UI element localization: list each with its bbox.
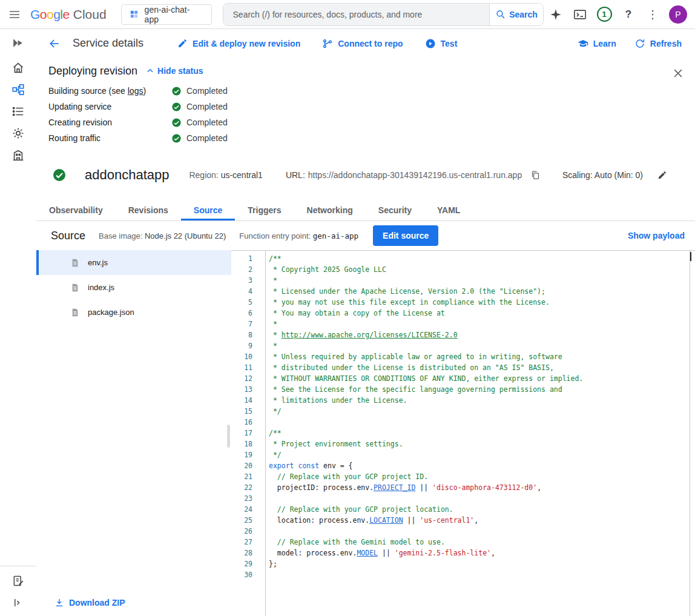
pencil-icon xyxy=(177,38,188,48)
deploy-step-label: Updating service xyxy=(48,102,171,111)
help-icon: ? xyxy=(625,8,631,21)
google-logo-colored: Google xyxy=(30,7,70,22)
connect-repo-button[interactable]: Connect to repo xyxy=(322,38,403,49)
left-nav-rail xyxy=(0,29,36,616)
tab-yaml[interactable]: YAML xyxy=(424,199,473,220)
account-button[interactable]: P xyxy=(665,2,689,27)
cloud-run-logo[interactable] xyxy=(0,29,36,57)
project-icon xyxy=(129,9,139,19)
hamburger-icon xyxy=(9,9,20,20)
google-cloud-logo[interactable]: Google Cloud xyxy=(30,7,107,22)
nav-item-integrations[interactable] xyxy=(0,122,36,144)
free-trial-status-button[interactable]: 1 xyxy=(592,2,616,27)
source-section-title: Source xyxy=(51,230,85,242)
test-label: Test xyxy=(441,39,458,48)
deploy-step-status: Completed xyxy=(171,102,228,112)
edit-deploy-button[interactable]: Edit & deploy new revision xyxy=(177,38,300,48)
repo-branch-icon xyxy=(322,38,333,49)
refresh-button[interactable]: Refresh xyxy=(634,38,682,49)
code-lines[interactable]: /** * Copyright 2025 Google LLC * * Lice… xyxy=(265,251,690,616)
hide-status-toggle[interactable]: Hide status xyxy=(146,66,203,76)
test-button[interactable]: Test xyxy=(425,38,458,49)
cloud-wordmark: Cloud xyxy=(73,7,107,22)
tab-observability[interactable]: Observability xyxy=(36,199,116,220)
code-editor[interactable]: 1234567891011121314151617181920212223242… xyxy=(231,250,695,616)
scaling-info: Scaling: Auto (Min: 0) xyxy=(562,170,643,180)
download-zip-button[interactable]: Download ZIP xyxy=(54,598,125,608)
deploy-step: Routing trafficCompleted xyxy=(48,130,695,146)
refresh-label: Refresh xyxy=(650,39,682,48)
close-status-button[interactable] xyxy=(671,66,685,81)
copy-url-button[interactable] xyxy=(528,168,542,182)
more-options-button[interactable]: ⋮ xyxy=(641,2,665,27)
file-item-index.js[interactable]: index.js xyxy=(36,275,231,300)
deploy-steps: Building source (see logs)CompletedUpdat… xyxy=(48,83,695,146)
chevron-up-icon xyxy=(146,67,154,75)
building-icon xyxy=(12,148,25,162)
nav-item-jobs[interactable] xyxy=(0,101,36,122)
refresh-icon xyxy=(634,38,645,49)
logs-link[interactable]: logs xyxy=(128,86,143,96)
line-numbers: 1234567891011121314151617181920212223242… xyxy=(231,251,265,616)
deploy-step-label: Creating revision xyxy=(48,118,171,127)
tab-security[interactable]: Security xyxy=(366,199,424,220)
edit-source-button[interactable]: Edit source xyxy=(373,225,438,246)
search-input[interactable] xyxy=(223,4,489,25)
edit-pencil-icon xyxy=(657,170,667,180)
deploy-step-label: Routing traffic xyxy=(48,133,171,143)
download-zip-label: Download ZIP xyxy=(69,598,125,608)
learn-label: Learn xyxy=(593,39,616,48)
avatar: P xyxy=(669,5,687,24)
tab-triggers[interactable]: Triggers xyxy=(235,199,294,220)
show-payload-link[interactable]: Show payload xyxy=(628,231,685,240)
check-circle-icon xyxy=(171,118,182,128)
gemini-button[interactable] xyxy=(544,2,568,27)
header-actions: Edit & deploy new revision Connect to re… xyxy=(177,38,457,49)
tab-source[interactable]: Source xyxy=(181,199,235,220)
search-bar: Search xyxy=(223,3,544,26)
file-name: env.js xyxy=(88,258,108,267)
copy-icon xyxy=(530,170,541,180)
file-list: env.jsindex.jspackage.json xyxy=(36,250,231,325)
check-circle-icon xyxy=(171,102,182,112)
help-button[interactable]: ? xyxy=(616,2,641,27)
editor-scrollbar-thumb[interactable] xyxy=(690,252,691,261)
gear-icon xyxy=(12,127,25,140)
nav-item-release-notes[interactable] xyxy=(0,570,36,592)
back-button[interactable] xyxy=(47,36,62,51)
main-content: Service details Edit & deploy new revisi… xyxy=(36,29,695,616)
source-toolbar: Source Base image: Node.js 22 (Ubuntu 22… xyxy=(36,221,695,250)
nav-rail-bottom xyxy=(0,566,36,614)
deploy-step-status: Completed xyxy=(171,118,228,128)
file-panel-scrollbar[interactable] xyxy=(227,425,230,448)
project-selector[interactable]: gen-ai-chat-app xyxy=(121,4,212,25)
hide-status-label: Hide status xyxy=(157,66,203,76)
search-button[interactable]: Search xyxy=(489,4,543,25)
collapse-nav-button[interactable] xyxy=(0,592,36,614)
tab-networking[interactable]: Networking xyxy=(294,199,366,220)
cloud-shell-button[interactable] xyxy=(568,2,592,27)
list-icon xyxy=(12,105,25,118)
connect-repo-label: Connect to repo xyxy=(338,39,403,48)
file-name: package.json xyxy=(88,308,134,317)
home-icon xyxy=(12,61,25,75)
nav-item-services[interactable] xyxy=(0,79,36,101)
source-content: env.jsindex.jspackage.json Download ZIP … xyxy=(36,250,695,616)
edit-scaling-button[interactable] xyxy=(655,168,670,182)
file-item-package.json[interactable]: package.json xyxy=(36,300,231,325)
deploy-step-status: Completed xyxy=(171,86,228,96)
hamburger-menu-button[interactable] xyxy=(0,0,29,29)
learn-icon xyxy=(578,38,588,49)
download-icon xyxy=(54,598,64,608)
play-icon xyxy=(425,38,436,49)
terminal-icon xyxy=(573,8,587,21)
learn-button[interactable]: Learn xyxy=(578,38,616,49)
tab-revisions[interactable]: Revisions xyxy=(116,199,181,220)
notification-count-badge: 1 xyxy=(597,7,612,22)
doc-edit-icon xyxy=(12,575,24,587)
file-name: index.js xyxy=(88,283,114,292)
file-item-env.js[interactable]: env.js xyxy=(36,250,231,275)
deploy-step: Updating serviceCompleted xyxy=(48,99,695,114)
nav-item-organization[interactable] xyxy=(0,144,36,166)
nav-item-home[interactable] xyxy=(0,57,36,79)
